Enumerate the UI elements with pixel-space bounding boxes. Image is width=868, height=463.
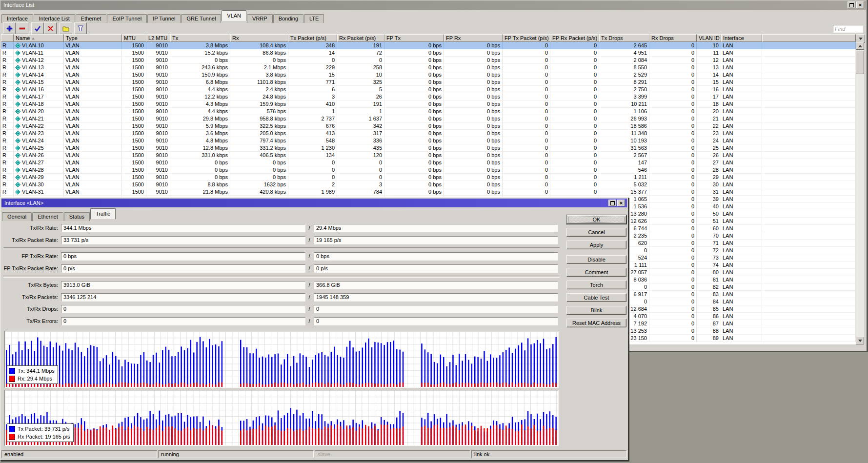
tx-rx-bytes-rx-field[interactable]: 366.8 GiB [314,281,558,289]
column-header-flag[interactable] [1,34,14,42]
scrollbar-thumb[interactable] [856,51,864,74]
fp-tx-rx-packet-rate-rx-field[interactable]: 0 p/s [314,264,558,273]
tx-rx-drops-tx-field[interactable]: 0 [61,305,305,313]
comment-button[interactable]: Comment [566,268,626,277]
table-row[interactable]: RVLAN-12VLAN150090100 bps0 bps000 bps0 b… [1,57,856,64]
remove-button[interactable] [16,22,28,34]
table-row[interactable]: RVLAN-13VLAN15009010243.6 kbps2.1 Mbps22… [1,64,856,71]
fp-tx-rx-rate-rx-field[interactable]: 0 bps [314,252,558,261]
table-row[interactable]: RVLAN-21VLAN1500901029.8 Mbps958.8 kbps2… [1,115,856,122]
table-row[interactable]: RVLAN-11VLAN1500901015.2 kbps86.8 kbps14… [1,49,856,57]
table-row[interactable]: RVLAN-30VLAN150090108.8 kbps1632 bps230 … [1,181,856,188]
table-row[interactable]: RVLAN-14VLAN15009010150.9 kbps3.8 kbps15… [1,71,856,79]
window-titlebar[interactable]: Interface List × [0,0,866,10]
comment-button[interactable] [60,22,72,34]
reset-mac-address-button[interactable]: Reset MAC Address [566,319,626,327]
cell-rxp: 435 [337,144,384,152]
column-header-blank[interactable] [762,34,856,42]
column-header-txd[interactable]: Tx Drops [599,34,649,42]
table-row[interactable]: RVLAN-29VLAN150090100 bps0 bps000 bps0 b… [1,174,856,181]
table-row[interactable]: RVLAN-18VLAN150090104.3 Mbps159.9 kbps41… [1,101,856,108]
tx-rx-errors-tx-field[interactable]: 0 [61,317,305,325]
arrow-up-icon [858,43,862,47]
tab-interface[interactable]: Interface [1,14,33,23]
table-row[interactable]: RVLAN-22VLAN150090105.9 Mbps322.5 kbps67… [1,122,856,130]
column-header-fprxp[interactable]: FP Rx Packet (p/s) [550,34,599,42]
maximize-button[interactable] [848,1,855,8]
column-header-type[interactable]: Type [64,34,122,42]
tx-rx-errors-rx-field[interactable]: 0 [314,317,558,325]
table-row[interactable]: RVLAN-31VLAN1500901021.8 Mbps420.8 kbps1… [1,188,856,196]
table-row[interactable]: RVLAN-28VLAN150090100 bps0 bps000 bps0 b… [1,166,856,174]
tab-eoip-tunnel[interactable]: EoIP Tunnel [107,14,147,23]
table-row[interactable]: RVLAN-25VLAN1500901012.8 Mbps331.2 kbps1… [1,144,856,152]
add-button[interactable] [3,22,16,34]
tab-ethernet[interactable]: Ethernet [76,14,107,23]
vertical-scrollbar[interactable] [856,42,864,344]
scroll-down-button[interactable] [856,337,864,344]
scroll-up-button[interactable] [856,42,864,50]
table-row[interactable]: RVLAN-26VLAN15009010331.0 kbps406.5 kbps… [1,152,856,159]
column-header-txp[interactable]: Tx Packet (p/s) [288,34,337,42]
tx-rx-packet-rate-rx-field[interactable]: 19 165 p/s [314,236,558,244]
tx-rx-packets-rx-field[interactable]: 1945 148 359 [314,293,558,302]
tx-rx-packet-rate-tx-field[interactable]: 33 731 p/s [61,236,305,244]
cable-test-button[interactable]: Cable Test [566,293,626,302]
table-row[interactable]: RVLAN-24VLAN150090104.8 Mbps797.4 kbps54… [1,137,856,144]
disable-button[interactable]: Disable [566,255,626,264]
tab-bonding[interactable]: Bonding [273,14,303,23]
disable-button[interactable] [44,22,57,34]
fp-tx-rx-packet-rate-tx-field[interactable]: 0 p/s [61,264,305,273]
column-header-vid[interactable]: VLAN ID [697,34,721,42]
cancel-button[interactable]: Cancel [566,228,626,237]
dialog-tab-status[interactable]: Status [64,212,90,221]
tx-rx-packets-tx-field[interactable]: 3346 125 214 [61,293,305,302]
dialog-tab-ethernet[interactable]: Ethernet [32,212,63,221]
tab-gre-tunnel[interactable]: GRE Tunnel [181,14,221,23]
dialog-tab-traffic[interactable]: Traffic [90,208,116,219]
column-header-iface[interactable]: Interface [721,34,762,42]
find-input[interactable] [833,25,863,33]
column-header-rx[interactable]: Rx [230,34,288,42]
column-header-mtu[interactable]: MTU [122,34,146,42]
maximize-icon [610,201,615,205]
cell-blank [762,232,856,240]
table-row[interactable]: RVLAN-10VLAN150090103.8 Mbps108.4 kbps34… [1,42,856,49]
blink-button[interactable]: Blink [566,306,626,315]
column-header-fptxp[interactable]: FP Tx Packet (p/s) [503,34,550,42]
tx-rx-drops-rx-field[interactable]: 0 [314,305,558,313]
enable-button[interactable] [31,22,44,34]
column-header-rxd[interactable]: Rx Drops [649,34,697,42]
column-header-fptx[interactable]: FP Tx [384,34,444,42]
column-header-tx[interactable]: Tx [170,34,230,42]
dialog-close-button[interactable]: × [617,200,625,206]
close-button[interactable]: × [856,1,864,8]
tx-rx-rate-rx-field[interactable]: 29.4 Mbps [314,224,558,232]
column-header-l2mtu[interactable]: L2 MTU [146,34,170,42]
column-header-name[interactable]: Name [14,34,64,42]
ok-button[interactable]: OK [566,215,626,224]
table-row[interactable]: RVLAN-17VLAN1500901012.2 kbps24.8 kbps32… [1,93,856,101]
dialog-maximize-button[interactable] [608,200,616,206]
field-separator: / [307,305,312,313]
table-row[interactable]: RVLAN-16VLAN150090104.4 kbps2.4 kbps650 … [1,86,856,93]
table-row[interactable]: RVLAN-20VLAN150090104.4 kbps576 bps110 b… [1,108,856,115]
torch-button[interactable]: Torch [566,281,626,289]
tx-rx-bytes-tx-field[interactable]: 3913.0 GiB [61,281,305,289]
tab-vlan[interactable]: VLAN [222,10,246,21]
table-row[interactable]: RVLAN-15VLAN150090106.8 Mbps1101.8 kbps7… [1,79,856,86]
table-row[interactable]: RVLAN-23VLAN150090103.6 Mbps205.0 kbps41… [1,130,856,137]
tab-interface-list[interactable]: Interface List [34,14,75,23]
table-row[interactable]: RVLAN-27VLAN150090100 bps0 bps000 bps0 b… [1,159,856,166]
dialog-titlebar[interactable]: Interface <LAN> × [1,199,627,207]
tab-lte[interactable]: LTE [304,14,324,23]
tab-vrrp[interactable]: VRRP [247,14,273,23]
apply-button[interactable]: Apply [566,241,626,249]
filter-button[interactable] [74,22,87,34]
column-header-fprx[interactable]: FP Rx [444,34,503,42]
fp-tx-rx-rate-tx-field[interactable]: 0 bps [61,252,305,261]
tab-ip-tunnel[interactable]: IP Tunnel [147,14,181,23]
tx-rx-rate-tx-field[interactable]: 344.1 Mbps [61,224,305,232]
dialog-tab-general[interactable]: General [2,212,32,221]
column-header-rxp[interactable]: Rx Packet (p/s) [337,34,384,42]
